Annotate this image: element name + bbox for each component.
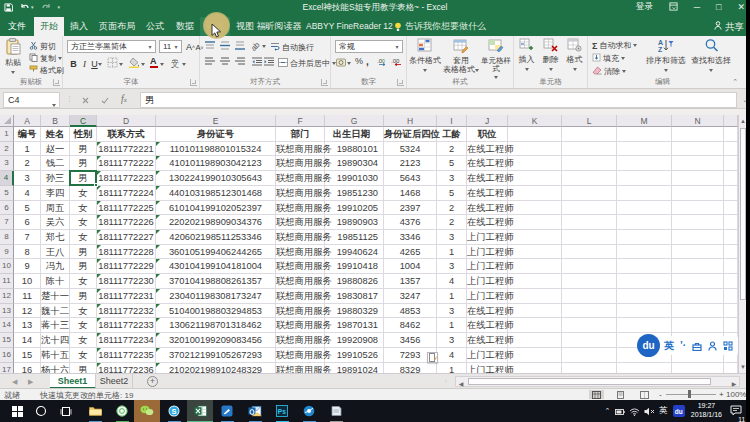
cell-A12[interactable]: 11 bbox=[14, 289, 41, 304]
cell-B4[interactable]: 孙三 bbox=[41, 171, 70, 186]
cell-J3[interactable]: 在线工程师 bbox=[467, 156, 508, 171]
cell-B3[interactable]: 钱二 bbox=[41, 156, 70, 171]
cell-M9[interactable] bbox=[617, 245, 672, 260]
cell-O4[interactable] bbox=[724, 171, 738, 186]
cell-K15[interactable] bbox=[508, 333, 562, 348]
cell-I6[interactable]: 2 bbox=[437, 201, 467, 216]
cell-D11[interactable]: 18111772230 bbox=[97, 274, 156, 289]
cell-A8[interactable]: 7 bbox=[14, 230, 41, 245]
sheet-tab-Sheet2[interactable]: Sheet2 bbox=[96, 374, 133, 389]
cell-K4[interactable] bbox=[508, 171, 562, 186]
cell-E11[interactable]: 370104198808261357 bbox=[156, 274, 276, 289]
cell-B16[interactable]: 韩十五 bbox=[41, 348, 70, 363]
tray-expand-icon[interactable]: ⌃ bbox=[604, 407, 610, 415]
cell-J10[interactable]: 上门工程师 bbox=[467, 259, 508, 274]
borders-button[interactable] bbox=[107, 57, 118, 70]
cell-A9[interactable]: 8 bbox=[14, 245, 41, 260]
cell-A4[interactable]: 3 bbox=[14, 171, 41, 186]
decrease-decimal-button[interactable]: .00 bbox=[391, 57, 403, 69]
ime-toolbox-icon[interactable] bbox=[692, 337, 702, 355]
cell-B11[interactable]: 陈十 bbox=[41, 274, 70, 289]
normal-view-button[interactable] bbox=[589, 390, 604, 399]
cell-F1[interactable]: 部门 bbox=[276, 127, 325, 142]
minimize-button[interactable]: ─ bbox=[694, 0, 700, 14]
cell-G14[interactable]: 19870131 bbox=[325, 318, 384, 333]
row-header-10[interactable]: 10 bbox=[0, 259, 14, 274]
cell-A2[interactable]: 1 bbox=[14, 142, 41, 157]
cell-D9[interactable]: 18111772228 bbox=[97, 245, 156, 260]
percent-style-button[interactable]: % bbox=[355, 56, 363, 66]
cell-C14[interactable]: 女 bbox=[70, 318, 97, 333]
cell-N17[interactable] bbox=[672, 363, 724, 373]
cortana-search-button[interactable] bbox=[28, 400, 54, 422]
cell-A1[interactable]: 编号 bbox=[14, 127, 41, 142]
cell-N5[interactable] bbox=[672, 186, 724, 201]
row-header-5[interactable]: 5 bbox=[0, 186, 14, 201]
alignment-dialog-launcher-icon[interactable] bbox=[321, 79, 328, 86]
wechat-button[interactable] bbox=[134, 400, 160, 422]
cell-C7[interactable]: 女 bbox=[70, 215, 97, 230]
cell-J4[interactable]: 在线工程师 bbox=[467, 171, 508, 186]
tray-baidu-ime-badge[interactable]: du bbox=[673, 405, 685, 417]
collapse-ribbon-icon[interactable]: ⌃ bbox=[732, 78, 738, 86]
cell-F6[interactable]: 联想商用服务 bbox=[276, 201, 325, 216]
cell-I7[interactable]: 2 bbox=[437, 215, 467, 230]
ime-lang-button[interactable]: 英 bbox=[664, 339, 674, 353]
cell-D3[interactable]: 18111772222 bbox=[97, 156, 156, 171]
cell-L7[interactable] bbox=[562, 215, 617, 230]
cell-M3[interactable] bbox=[617, 156, 672, 171]
horizontal-scrollbar[interactable]: ◀ ▶ bbox=[455, 376, 740, 387]
cell-E5[interactable]: 440103198512301468 bbox=[156, 186, 276, 201]
cell-K1[interactable] bbox=[508, 127, 562, 142]
new-sheet-button[interactable]: + bbox=[147, 376, 158, 387]
cell-L12[interactable] bbox=[562, 289, 617, 304]
cell-H13[interactable]: 4853 bbox=[384, 304, 437, 319]
cell-K2[interactable] bbox=[508, 142, 562, 157]
cell-H8[interactable]: 3346 bbox=[384, 230, 437, 245]
bottom-align-icon[interactable] bbox=[235, 41, 245, 52]
cell-M17[interactable] bbox=[617, 363, 672, 373]
column-header-N[interactable]: N bbox=[672, 115, 724, 127]
conditional-formatting-button[interactable]: 条件格式 bbox=[408, 38, 442, 75]
cell-K10[interactable] bbox=[508, 259, 562, 274]
flash-fill-options-button[interactable] bbox=[427, 352, 438, 363]
ribbon-tab-插入[interactable]: 插入 bbox=[64, 17, 94, 36]
sort-filter-button[interactable]: AZ 排序和筛选 bbox=[644, 38, 688, 75]
cell-F9[interactable]: 联想商用服务 bbox=[276, 245, 325, 260]
cell-C12[interactable]: 男 bbox=[70, 289, 97, 304]
clipboard-dialog-launcher-icon[interactable] bbox=[53, 79, 60, 86]
cell-O6[interactable] bbox=[724, 201, 738, 216]
cell-M14[interactable] bbox=[617, 318, 672, 333]
cell-J9[interactable]: 上门工程师 bbox=[467, 245, 508, 260]
cell-G15[interactable]: 19920908 bbox=[325, 333, 384, 348]
cell-F17[interactable]: 联想商用服务 bbox=[276, 363, 325, 373]
task-view-button[interactable] bbox=[53, 400, 79, 422]
cell-C1[interactable]: 性别 bbox=[70, 127, 97, 142]
align-left-icon[interactable] bbox=[205, 57, 215, 68]
cell-I17[interactable]: 1 bbox=[437, 363, 467, 373]
maximize-button[interactable]: □ bbox=[716, 0, 721, 14]
cell-B1[interactable]: 姓名 bbox=[41, 127, 70, 142]
cell-O11[interactable] bbox=[724, 274, 738, 289]
cell-L8[interactable] bbox=[562, 230, 617, 245]
cell-H1[interactable]: 身份证后四位 bbox=[384, 127, 437, 142]
cell-F5[interactable]: 联想商用服务 bbox=[276, 186, 325, 201]
cell-I8[interactable]: 3 bbox=[437, 230, 467, 245]
zoom-out-button[interactable]: - bbox=[659, 390, 662, 399]
autosum-button[interactable]: Σ 自动求和 bbox=[592, 40, 637, 51]
page-break-view-button[interactable] bbox=[637, 390, 652, 399]
cell-I11[interactable]: 4 bbox=[437, 274, 467, 289]
cell-K5[interactable] bbox=[508, 186, 562, 201]
cell-K8[interactable] bbox=[508, 230, 562, 245]
number-dialog-launcher-icon[interactable] bbox=[397, 79, 404, 86]
cell-G3[interactable]: 19890304 bbox=[325, 156, 384, 171]
cell-C8[interactable]: 女 bbox=[70, 230, 97, 245]
worksheet-grid[interactable]: ABCDEFGHIJKLMN1编号姓名性别联系方式身份证号部门出生日期身份证后四… bbox=[0, 115, 738, 373]
cell-E1[interactable]: 身份证号 bbox=[156, 127, 276, 142]
ime-grid-icon[interactable] bbox=[723, 337, 733, 355]
ribbon-display-options-icon[interactable] bbox=[669, 2, 678, 13]
clear-button[interactable]: 清除 bbox=[592, 66, 626, 77]
phonetic-guide-button[interactable]: 文 bbox=[169, 57, 181, 70]
cell-M10[interactable] bbox=[617, 259, 672, 274]
tray-volume-muted-icon[interactable] bbox=[644, 402, 655, 420]
